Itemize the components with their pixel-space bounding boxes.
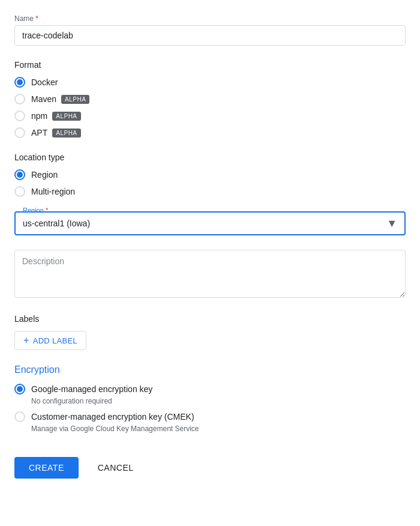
location-region-radio[interactable] bbox=[14, 169, 25, 180]
location-multiregion-label: Multi-region bbox=[31, 187, 75, 196]
format-docker-radio[interactable] bbox=[14, 77, 25, 88]
create-button[interactable]: CREATE bbox=[14, 457, 79, 479]
name-label: Name * bbox=[14, 14, 406, 23]
format-docker-option[interactable]: Docker bbox=[14, 77, 406, 88]
description-field-group bbox=[14, 250, 406, 300]
encryption-google-option[interactable]: Google-managed encryption key bbox=[14, 384, 406, 394]
description-textarea[interactable] bbox=[14, 250, 406, 298]
format-apt-label: APT bbox=[31, 128, 47, 138]
encryption-cmek-label: Customer-managed encryption key (CMEK) bbox=[31, 412, 194, 422]
maven-alpha-badge: ALPHA bbox=[61, 95, 89, 104]
format-maven-radio[interactable] bbox=[14, 94, 25, 104]
add-label-button[interactable]: + ADD LABEL bbox=[14, 331, 86, 350]
region-select[interactable]: us-central1 (Iowa) ▼ bbox=[14, 211, 406, 235]
encryption-section: Encryption Google-managed encryption key… bbox=[14, 364, 406, 433]
encryption-google-sublabel: No configuration required bbox=[31, 397, 406, 405]
labels-label: Labels bbox=[14, 314, 406, 324]
npm-alpha-badge: ALPHA bbox=[52, 112, 80, 121]
format-maven-option[interactable]: Maven ALPHA bbox=[14, 94, 406, 104]
encryption-cmek-sublabel: Manage via Google Cloud Key Management S… bbox=[31, 425, 406, 433]
format-npm-radio[interactable] bbox=[14, 110, 25, 121]
encryption-title: Encryption bbox=[14, 364, 406, 375]
create-repository-form: Name * Format Docker Maven ALPHA npm ALP… bbox=[0, 0, 420, 498]
location-type-section: Location type Region Multi-region bbox=[14, 153, 406, 197]
location-multiregion-radio[interactable] bbox=[14, 186, 25, 197]
encryption-cmek-radio[interactable] bbox=[14, 411, 25, 422]
add-icon: + bbox=[23, 335, 29, 346]
location-multiregion-option[interactable]: Multi-region bbox=[14, 186, 406, 197]
format-label: Format bbox=[14, 60, 406, 70]
name-input[interactable] bbox=[14, 25, 406, 46]
add-label-button-text: ADD LABEL bbox=[33, 336, 77, 345]
format-section: Format Docker Maven ALPHA npm ALPHA APT … bbox=[14, 60, 406, 138]
action-buttons: CREATE CANCEL bbox=[14, 452, 406, 479]
location-type-label: Location type bbox=[14, 153, 406, 162]
encryption-cmek-option[interactable]: Customer-managed encryption key (CMEK) bbox=[14, 411, 406, 422]
encryption-google-label: Google-managed encryption key bbox=[31, 384, 152, 394]
format-maven-label: Maven bbox=[31, 94, 56, 104]
name-field-group: Name * bbox=[14, 14, 406, 46]
region-field-group: Region * us-central1 (Iowa) ▼ bbox=[14, 211, 406, 235]
cancel-button[interactable]: CANCEL bbox=[88, 457, 143, 479]
format-apt-radio[interactable] bbox=[14, 127, 25, 138]
region-selected-value: us-central1 (Iowa) bbox=[23, 219, 90, 228]
dropdown-arrow-icon: ▼ bbox=[386, 217, 397, 230]
format-npm-option[interactable]: npm ALPHA bbox=[14, 110, 406, 121]
location-region-option[interactable]: Region bbox=[14, 169, 406, 180]
format-docker-label: Docker bbox=[31, 77, 58, 87]
encryption-google-radio[interactable] bbox=[14, 384, 25, 394]
labels-section: Labels + ADD LABEL bbox=[14, 314, 406, 350]
apt-alpha-badge: ALPHA bbox=[52, 128, 80, 138]
location-region-label: Region bbox=[31, 170, 58, 180]
format-npm-label: npm bbox=[31, 111, 47, 121]
format-apt-option[interactable]: APT ALPHA bbox=[14, 127, 406, 138]
